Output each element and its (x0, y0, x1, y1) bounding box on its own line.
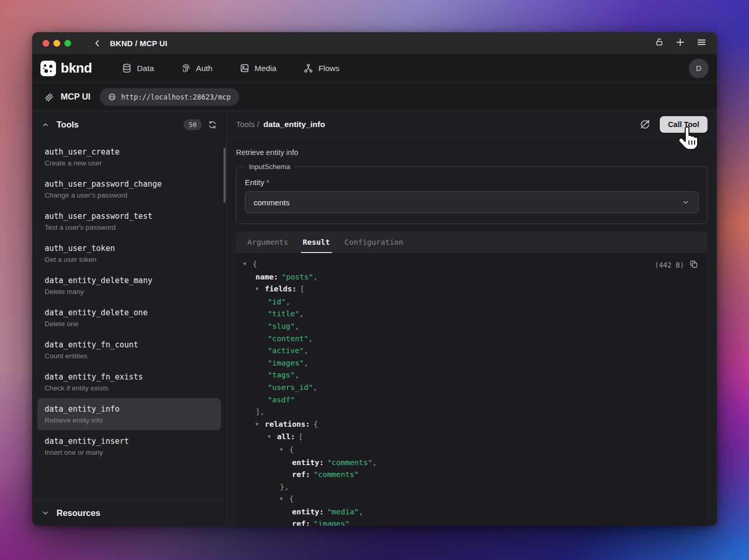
database-icon (122, 63, 132, 73)
tool-list-item[interactable]: data_entity_delete_one Delete one (37, 302, 221, 334)
json-line: "images", (236, 357, 708, 370)
json-punct: , (313, 273, 318, 281)
tool-list-item[interactable]: auth_user_password_change Change a user'… (37, 173, 221, 205)
json-line: ref:"comments" (236, 469, 708, 481)
menu-button[interactable] (697, 37, 706, 49)
result-panel: (442 B) ▼{name:"posts",▼fields:["id","ti… (236, 253, 708, 526)
tool-list-item[interactable]: data_entity_insert Insert one or many (37, 430, 221, 463)
json-punct: [ (298, 432, 303, 441)
json-punct: , (286, 298, 290, 306)
json-line: "slug", (236, 320, 708, 333)
traffic-lights (43, 40, 71, 47)
tool-list-item[interactable]: auth_user_create Create a new user (37, 141, 221, 173)
new-tab-button[interactable] (675, 37, 685, 49)
auto-refresh-off-button[interactable] (640, 119, 650, 130)
refresh-off-icon (640, 119, 650, 130)
back-button[interactable] (93, 39, 102, 48)
tool-list-item[interactable]: auth_user_password_test Test a user's pa… (37, 205, 221, 237)
json-line: "title", (236, 308, 708, 320)
collapse-arrow-icon[interactable]: ▼ (256, 418, 265, 430)
chevron-down-icon (682, 198, 690, 206)
plus-icon (675, 37, 685, 47)
json-line: ▼fields:[ (236, 283, 708, 296)
tool-name: auth_user_password_test (45, 212, 214, 221)
resources-section-header[interactable]: Resources (32, 500, 226, 526)
nav-item-media[interactable]: Media (240, 63, 276, 73)
json-key: name: (256, 273, 279, 281)
tab-configuration[interactable]: Configuration (337, 231, 411, 253)
json-line: ref:"images" (236, 518, 708, 526)
tool-name: data_entity_insert (45, 437, 214, 446)
tool-list-item[interactable]: auth_user_token Get a user token (37, 237, 221, 270)
json-key: entity: (292, 508, 324, 516)
hamburger-icon (697, 37, 706, 47)
navbar: bknd Data Auth Media Flows D (32, 54, 717, 83)
json-string: "active" (268, 346, 304, 355)
entity-select[interactable]: comments (245, 191, 699, 213)
json-string: "comments" (313, 470, 358, 479)
minimize-window-button[interactable] (53, 40, 60, 47)
json-punct: [ (300, 285, 304, 293)
json-key: ref: (292, 520, 310, 526)
tools-section-header[interactable]: Tools 50 (32, 111, 226, 138)
tool-description: Test a user's password (45, 223, 214, 231)
json-string: "images" (313, 520, 350, 526)
json-key: ref: (292, 470, 310, 479)
refresh-tools-button[interactable] (208, 120, 217, 129)
page-title: MCP UI (61, 92, 90, 102)
breadcrumb-current: data_entity_info (263, 120, 325, 129)
json-line: "users_id", (236, 382, 708, 394)
tab-result[interactable]: Result (296, 231, 337, 253)
collapse-arrow-icon[interactable]: ▼ (256, 283, 265, 295)
titlebar: BKND / MCP UI (32, 32, 717, 54)
input-schema-fieldset: InputSchema Entity* comments (236, 163, 708, 224)
json-string: "media" (327, 508, 359, 516)
avatar-initial: D (696, 64, 701, 73)
bknd-logo[interactable]: bknd (40, 60, 92, 76)
tab-arguments[interactable]: Arguments (240, 231, 296, 253)
call-tool-button[interactable]: Call Tool (660, 116, 708, 133)
tool-list-item[interactable]: data_entity_delete_many Delete many (37, 270, 221, 302)
copy-result-button[interactable] (689, 260, 698, 270)
json-key: all: (277, 432, 295, 441)
nav-item-auth[interactable]: Auth (181, 63, 213, 73)
collapse-arrow-icon[interactable]: ▼ (243, 258, 253, 270)
server-url-pill[interactable]: http://localhost:28623/mcp (100, 88, 239, 106)
lock-icon[interactable] (655, 37, 664, 49)
json-line: entity:"comments", (236, 457, 708, 469)
window-title: BKND / MCP UI (110, 39, 168, 48)
tool-list-item[interactable]: data_entity_info Retrieve entity info (37, 398, 221, 430)
tool-name: auth_user_password_change (45, 179, 214, 189)
entity-select-value: comments (254, 198, 289, 207)
tool-description: Insert one or many (45, 449, 214, 456)
json-string: "tags" (268, 371, 295, 379)
json-punct: , (295, 322, 299, 330)
nav-item-data[interactable]: Data (122, 63, 154, 73)
json-string: "posts" (282, 273, 313, 281)
nav-item-flows[interactable]: Flows (303, 63, 339, 73)
json-line: ▼{ (236, 258, 708, 271)
resources-header-label: Resources (57, 508, 100, 518)
tools-header-label: Tools (57, 120, 79, 130)
collapse-arrow-icon[interactable]: ▼ (280, 493, 289, 505)
zoom-window-button[interactable] (64, 40, 71, 47)
json-punct: { (253, 260, 257, 268)
json-punct: , (304, 359, 309, 367)
breadcrumb-root[interactable]: Tools / (236, 120, 259, 129)
collapse-arrow-icon[interactable]: ▼ (268, 430, 277, 443)
json-punct: ], (256, 408, 265, 416)
nav-label-flows: Flows (318, 64, 339, 73)
sidebar-scrollbar[interactable] (224, 148, 226, 203)
flow-icon (303, 63, 313, 73)
tool-description: Change a user's password (45, 191, 214, 199)
fingerprint-icon (181, 63, 191, 73)
globe-icon (108, 93, 116, 101)
json-punct: , (359, 508, 364, 516)
tool-list-item[interactable]: data_entity_fn_count Count entities (37, 334, 221, 366)
json-line: "tags", (236, 369, 708, 382)
tool-list-item[interactable]: data_entity_fn_exists Check if entity ex… (37, 366, 221, 398)
close-window-button[interactable] (43, 40, 49, 47)
user-avatar[interactable]: D (689, 59, 709, 78)
tool-description: Delete many (45, 288, 214, 296)
collapse-arrow-icon[interactable]: ▼ (280, 443, 289, 456)
